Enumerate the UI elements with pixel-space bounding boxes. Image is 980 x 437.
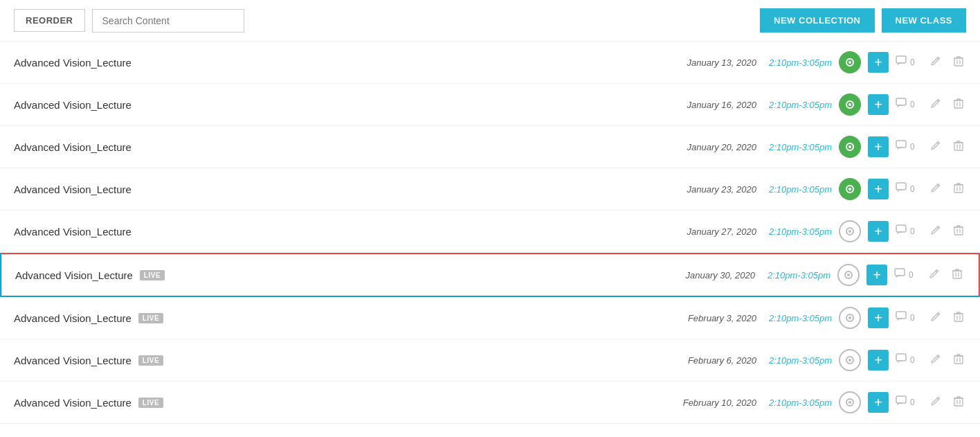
- reorder-button[interactable]: REORDER: [14, 9, 85, 32]
- delete-icon[interactable]: [951, 393, 966, 412]
- delete-icon[interactable]: [951, 222, 966, 241]
- svg-rect-18: [896, 225, 906, 232]
- svg-rect-6: [896, 98, 906, 105]
- row-time: 2:10pm-3:05pm: [768, 270, 831, 280]
- row-left: Advanced Vision_Lecture LIVE: [14, 397, 163, 409]
- add-button[interactable]: +: [868, 350, 889, 371]
- row-right: February 6, 2020 2:10pm-3:05pm + 0: [688, 349, 966, 371]
- row-left: Advanced Vision_Lecture LIVE: [14, 355, 163, 366]
- add-button[interactable]: +: [868, 94, 889, 115]
- svg-rect-15: [954, 185, 963, 193]
- comment-icon: [896, 353, 908, 367]
- delete-icon[interactable]: [950, 265, 965, 285]
- row-time: 2:10pm-3:05pm: [769, 142, 832, 152]
- svg-rect-26: [896, 312, 906, 319]
- row-title: Advanced Vision_Lecture: [14, 184, 131, 195]
- row-left: Advanced Vision_Lecture LIVE: [15, 269, 165, 281]
- row-date: January 27, 2020: [687, 226, 756, 237]
- comment-icon: [894, 268, 907, 282]
- list-row: Advanced Vision_Lecture LIVE February 10…: [0, 382, 980, 424]
- target-button[interactable]: [839, 220, 861, 242]
- edit-icon[interactable]: [927, 393, 944, 412]
- svg-rect-2: [896, 56, 906, 63]
- edit-icon[interactable]: [927, 53, 944, 72]
- list-row: Advanced Vision_Lecture LIVE February 3,…: [0, 297, 980, 339]
- comment-icon: [896, 224, 908, 238]
- svg-rect-14: [896, 183, 906, 190]
- row-left: Advanced Vision_Lecture: [14, 184, 131, 195]
- comment-count: 0: [909, 270, 914, 280]
- svg-rect-27: [954, 314, 963, 321]
- edit-icon[interactable]: [927, 350, 944, 370]
- add-button[interactable]: +: [868, 52, 889, 73]
- add-button[interactable]: +: [868, 307, 889, 328]
- edit-icon[interactable]: [927, 179, 944, 199]
- target-button[interactable]: [839, 391, 861, 413]
- comment-count: 0: [910, 355, 915, 365]
- row-right: January 27, 2020 2:10pm-3:05pm + 0: [687, 220, 966, 242]
- edit-icon[interactable]: [927, 137, 944, 157]
- row-left: Advanced Vision_Lecture: [14, 226, 131, 238]
- target-button[interactable]: [837, 264, 860, 286]
- edit-icon[interactable]: [927, 222, 944, 241]
- comment-icon: [896, 140, 908, 154]
- add-button[interactable]: +: [868, 179, 889, 199]
- edit-icon[interactable]: [926, 265, 943, 285]
- toolbar-left: REORDER: [14, 9, 244, 33]
- add-button[interactable]: +: [868, 221, 889, 242]
- row-date: January 16, 2020: [687, 100, 756, 110]
- add-button[interactable]: +: [868, 136, 889, 157]
- delete-icon[interactable]: [951, 137, 966, 157]
- svg-point-13: [849, 188, 851, 190]
- svg-point-17: [849, 230, 851, 233]
- list-row: Advanced Vision_Lecture January 20, 2020…: [0, 126, 980, 168]
- add-button[interactable]: +: [868, 392, 889, 413]
- row-right: January 30, 2020 2:10pm-3:05pm + 0: [685, 264, 965, 286]
- target-button[interactable]: [839, 93, 861, 116]
- delete-icon[interactable]: [951, 308, 966, 328]
- target-button[interactable]: [839, 349, 861, 371]
- new-collection-button[interactable]: NEW COLLECTION: [760, 8, 874, 33]
- target-button[interactable]: [839, 136, 861, 158]
- row-title: Advanced Vision_Lecture: [14, 355, 131, 366]
- add-button[interactable]: +: [866, 265, 887, 285]
- comment-icon: [896, 98, 908, 112]
- comment-icon: [896, 395, 908, 409]
- row-title: Advanced Vision_Lecture: [14, 141, 131, 153]
- target-button[interactable]: [839, 51, 861, 73]
- comment-group: 0: [896, 311, 920, 325]
- delete-icon[interactable]: [951, 95, 966, 114]
- comment-count: 0: [910, 184, 915, 194]
- comment-count: 0: [910, 398, 915, 407]
- row-right: February 10, 2020 2:10pm-3:05pm + 0: [683, 391, 966, 413]
- search-input[interactable]: [92, 9, 244, 33]
- svg-rect-22: [895, 269, 905, 276]
- row-time: 2:10pm-3:05pm: [769, 313, 832, 323]
- list-row: Advanced Vision_Lecture January 13, 2020…: [0, 42, 980, 84]
- delete-icon[interactable]: [951, 53, 966, 72]
- edit-icon[interactable]: [927, 95, 944, 114]
- target-button[interactable]: [839, 178, 861, 200]
- edit-icon[interactable]: [927, 308, 944, 328]
- row-left: Advanced Vision_Lecture LIVE: [14, 312, 163, 324]
- comment-group: 0: [896, 140, 920, 154]
- new-class-button[interactable]: NEW CLASS: [882, 8, 967, 33]
- comment-icon: [896, 311, 908, 325]
- svg-point-5: [849, 103, 851, 106]
- row-time: 2:10pm-3:05pm: [769, 184, 832, 195]
- list-row: Advanced Vision_Lecture LIVE January 30,…: [0, 253, 980, 297]
- list-row: Advanced Vision_Lecture January 16, 2020…: [0, 84, 980, 126]
- svg-rect-31: [954, 356, 963, 364]
- comment-group: 0: [896, 224, 920, 238]
- svg-rect-19: [954, 227, 963, 235]
- list-row: Advanced Vision_Lecture LIVE February 6,…: [0, 339, 980, 382]
- svg-rect-30: [896, 354, 906, 361]
- row-date: January 23, 2020: [687, 184, 756, 195]
- row-title: Advanced Vision_Lecture: [14, 99, 131, 111]
- row-right: February 3, 2020 2:10pm-3:05pm + 0: [688, 307, 966, 329]
- delete-icon[interactable]: [951, 350, 966, 370]
- row-date: January 13, 2020: [687, 57, 756, 68]
- delete-icon[interactable]: [951, 179, 966, 199]
- target-button[interactable]: [839, 307, 861, 329]
- live-badge: LIVE: [140, 270, 165, 280]
